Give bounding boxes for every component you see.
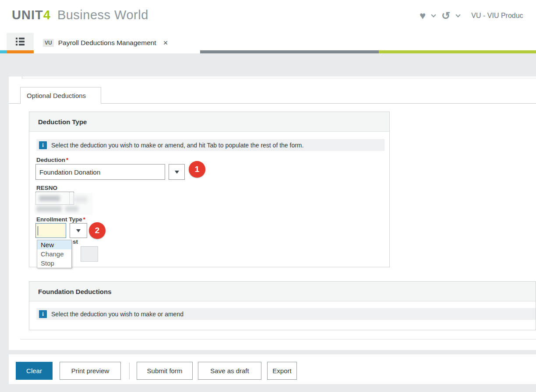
section-foundation-title: Foundation Deductions bbox=[38, 288, 111, 295]
history-chevron-down-icon[interactable] bbox=[456, 12, 461, 17]
stripe-green bbox=[379, 50, 536, 53]
favorites-chevron-down-icon[interactable] bbox=[431, 12, 436, 17]
redaction-overlay bbox=[35, 193, 92, 215]
client-environment-label[interactable]: VU - VIU Produc bbox=[471, 12, 523, 20]
deduction-value: Foundation Donation bbox=[39, 168, 100, 176]
required-asterisk: * bbox=[66, 157, 68, 163]
deduction-label: Deduction* bbox=[36, 157, 68, 163]
enrollment-dropdown-list: New Change Stop bbox=[37, 240, 72, 268]
required-asterisk: * bbox=[83, 216, 85, 223]
dropdown-arrow-icon bbox=[175, 171, 179, 174]
favorites-heart-icon[interactable]: ♥ bbox=[420, 10, 426, 21]
dropdown-option-change[interactable]: Change bbox=[37, 249, 71, 259]
panel-top-line bbox=[22, 78, 536, 78]
tab-optional-deductions[interactable]: Optional Deductions bbox=[20, 87, 101, 104]
section-deduction-type-title: Deduction Type bbox=[38, 118, 87, 126]
export-button[interactable]: Export bbox=[267, 362, 297, 380]
obscured-disabled-field bbox=[81, 246, 98, 262]
step-badge-2: 2 bbox=[89, 222, 106, 239]
enrollment-type-label: Enrollment Type* bbox=[36, 216, 85, 223]
text-caret bbox=[38, 226, 38, 235]
unit4-logo: UNIT4 Business World bbox=[12, 8, 148, 22]
footer-action-bar: Clear Print preview Submit form Save as … bbox=[9, 354, 536, 384]
info-message-bar: i Select the deduction you wish to make … bbox=[36, 308, 536, 320]
enrollment-dropdown-button[interactable] bbox=[70, 223, 87, 238]
section-foundation-deductions: Foundation Deductions i Select the deduc… bbox=[29, 281, 536, 330]
deduction-input[interactable]: Foundation Donation bbox=[35, 164, 165, 180]
tab-payroll-deductions-management[interactable]: VU Payroll Deductions Management × bbox=[39, 35, 200, 50]
dropdown-option-new[interactable]: New bbox=[37, 240, 71, 249]
stripe-gray bbox=[200, 50, 379, 53]
app-header: UNIT4 Business World ♥ ↺ VU - VIU Produc bbox=[0, 0, 536, 33]
tab-vu-badge: VU bbox=[43, 39, 54, 47]
section-deduction-type: Deduction Type i Select the deduction yo… bbox=[29, 112, 390, 267]
info-message-text: Select the deduction you wish to make or… bbox=[51, 142, 303, 149]
dropdown-arrow-icon bbox=[76, 229, 81, 232]
save-as-draft-button[interactable]: Save as draft bbox=[198, 362, 261, 380]
logo-brand-text: UNIT bbox=[12, 8, 43, 22]
section-deduction-type-header: Deduction Type bbox=[29, 112, 389, 132]
stripe-orange bbox=[7, 50, 34, 53]
stripe-cyan bbox=[0, 50, 7, 53]
print-preview-button[interactable]: Print preview bbox=[60, 362, 121, 380]
info-icon: i bbox=[39, 310, 47, 318]
clear-button[interactable]: Clear bbox=[16, 362, 53, 380]
tab-bar: VU Payroll Deductions Management × bbox=[0, 33, 536, 53]
app-screen: UNIT4 Business World ♥ ↺ VU - VIU Produc… bbox=[0, 0, 536, 392]
tab-optional-deductions-label: Optional Deductions bbox=[27, 92, 86, 99]
list-menu-icon bbox=[16, 38, 25, 46]
button-group-divider bbox=[129, 363, 130, 379]
logo-brand-number: 4 bbox=[43, 8, 50, 22]
info-message-text: Select the deduction you wish to make or… bbox=[51, 311, 183, 318]
deduction-dropdown-button[interactable] bbox=[169, 164, 185, 180]
logo-product-text: Business World bbox=[57, 8, 148, 22]
submit-form-button[interactable]: Submit form bbox=[137, 362, 193, 380]
step-badge-1: 1 bbox=[189, 161, 205, 178]
menu-tab[interactable] bbox=[7, 33, 34, 50]
tab-close-icon[interactable]: × bbox=[163, 39, 168, 46]
enrollment-type-input[interactable] bbox=[35, 223, 66, 238]
info-icon: i bbox=[39, 141, 47, 149]
header-actions: ♥ ↺ VU - VIU Produc bbox=[420, 10, 523, 21]
resno-label: RESNO bbox=[36, 185, 57, 191]
obscured-field-label-fragment: st bbox=[73, 238, 78, 245]
tab-title: Payroll Deductions Management bbox=[58, 39, 156, 47]
form-panel: Optional Deductions Deduction Type i Sel… bbox=[9, 77, 536, 350]
panel-bottom-line bbox=[20, 339, 536, 340]
section-foundation-header: Foundation Deductions bbox=[29, 282, 536, 301]
dropdown-option-stop[interactable]: Stop bbox=[37, 259, 71, 268]
history-icon[interactable]: ↺ bbox=[441, 10, 450, 21]
info-message-bar: i Select the deduction you wish to make … bbox=[36, 139, 384, 151]
